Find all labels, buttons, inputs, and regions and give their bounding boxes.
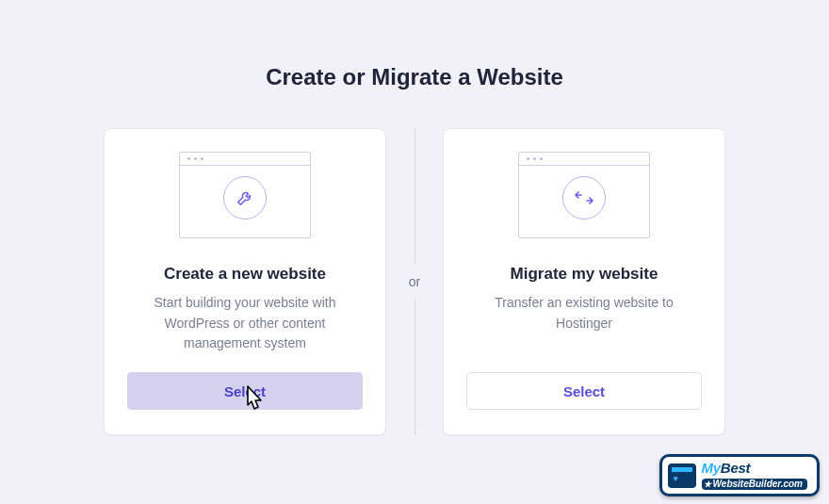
create-card-description: Start building your website with WordPre…	[127, 293, 363, 355]
create-illustration	[179, 152, 311, 238]
wrench-icon	[223, 176, 267, 219]
badge-window-icon	[668, 463, 696, 488]
transfer-arrows-icon	[562, 176, 606, 219]
window-titlebar	[519, 153, 649, 166]
badge-line2: WebsiteBuilder.com	[702, 479, 807, 490]
separator-column: or	[386, 128, 443, 435]
badge-line1: MyBest	[702, 461, 807, 475]
create-card-title: Create a new website	[164, 265, 326, 284]
separator-label: or	[409, 265, 420, 299]
create-website-card[interactable]: Create a new website Start building your…	[104, 128, 386, 435]
create-select-button[interactable]: Select	[127, 372, 363, 410]
option-cards-row: Create a new website Start building your…	[0, 128, 829, 435]
mybestwebsitebuilder-badge: MyBest WebsiteBuilder.com	[659, 454, 820, 496]
page-title: Create or Migrate a Website	[0, 0, 829, 90]
migrate-illustration	[518, 152, 650, 238]
migrate-select-button[interactable]: Select	[466, 372, 702, 410]
migrate-card-title: Migrate my website	[511, 265, 658, 284]
migrate-card-description: Transfer an existing website to Hostinge…	[466, 293, 702, 355]
window-titlebar	[180, 153, 310, 166]
migrate-website-card[interactable]: Migrate my website Transfer an existing …	[443, 128, 725, 435]
